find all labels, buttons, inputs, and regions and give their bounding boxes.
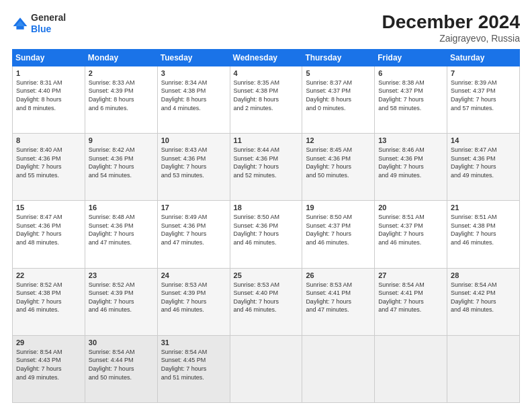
day-number: 8 — [16, 136, 81, 144]
calendar-cell: 17Sunrise: 8:49 AM Sunset: 4:36 PM Dayli… — [157, 201, 230, 268]
calendar-cell: 2Sunrise: 8:33 AM Sunset: 4:39 PM Daylig… — [85, 66, 157, 133]
day-info: Sunrise: 8:42 AM Sunset: 4:36 PM Dayligh… — [89, 146, 154, 179]
day-number: 4 — [234, 69, 299, 77]
day-info: Sunrise: 8:50 AM Sunset: 4:37 PM Dayligh… — [306, 213, 371, 246]
calendar-cell: 19Sunrise: 8:50 AM Sunset: 4:37 PM Dayli… — [302, 201, 375, 268]
dow-header-monday: Monday — [85, 49, 157, 66]
calendar-cell: 21Sunrise: 8:51 AM Sunset: 4:38 PM Dayli… — [447, 201, 520, 268]
calendar-cell: 25Sunrise: 8:53 AM Sunset: 4:40 PM Dayli… — [230, 268, 302, 335]
calendar-cell: 12Sunrise: 8:45 AM Sunset: 4:36 PM Dayli… — [302, 134, 375, 201]
day-number: 20 — [378, 203, 443, 212]
day-number: 21 — [451, 203, 516, 212]
day-number: 30 — [89, 338, 154, 347]
day-number: 19 — [306, 203, 371, 212]
day-number: 13 — [378, 136, 443, 144]
day-number: 15 — [16, 203, 81, 212]
calendar-cell: 10Sunrise: 8:43 AM Sunset: 4:36 PM Dayli… — [157, 134, 230, 201]
day-info: Sunrise: 8:44 AM Sunset: 4:36 PM Dayligh… — [234, 146, 299, 179]
location: Zaigrayevo, Russia — [382, 33, 520, 44]
day-info: Sunrise: 8:38 AM Sunset: 4:37 PM Dayligh… — [378, 79, 443, 112]
day-number: 7 — [451, 69, 516, 77]
day-info: Sunrise: 8:37 AM Sunset: 4:37 PM Dayligh… — [306, 79, 371, 112]
day-number: 2 — [89, 69, 154, 77]
day-info: Sunrise: 8:47 AM Sunset: 4:36 PM Dayligh… — [451, 146, 516, 179]
day-number: 3 — [161, 69, 226, 77]
day-number: 22 — [16, 271, 81, 279]
logo-text: General Blue — [31, 12, 66, 35]
calendar-cell: 1Sunrise: 8:31 AM Sunset: 4:40 PM Daylig… — [13, 66, 85, 133]
day-info: Sunrise: 8:31 AM Sunset: 4:40 PM Dayligh… — [16, 79, 81, 112]
calendar-body: 1Sunrise: 8:31 AM Sunset: 4:40 PM Daylig… — [13, 66, 520, 402]
calendar-cell: 13Sunrise: 8:46 AM Sunset: 4:36 PM Dayli… — [375, 134, 447, 201]
day-number: 25 — [234, 271, 299, 279]
day-info: Sunrise: 8:48 AM Sunset: 4:36 PM Dayligh… — [89, 213, 154, 246]
header: General Blue December 2024 Zaigrayevo, R… — [12, 12, 520, 44]
logo-blue: Blue — [31, 24, 66, 35]
day-info: Sunrise: 8:47 AM Sunset: 4:36 PM Dayligh… — [16, 213, 81, 246]
calendar-cell: 4Sunrise: 8:35 AM Sunset: 4:38 PM Daylig… — [230, 66, 302, 133]
week-row-5: 29Sunrise: 8:54 AM Sunset: 4:43 PM Dayli… — [13, 335, 520, 402]
day-info: Sunrise: 8:54 AM Sunset: 4:44 PM Dayligh… — [89, 348, 154, 381]
calendar-cell: 24Sunrise: 8:53 AM Sunset: 4:39 PM Dayli… — [157, 268, 230, 335]
day-number: 10 — [161, 136, 226, 144]
calendar-cell: 3Sunrise: 8:34 AM Sunset: 4:38 PM Daylig… — [157, 66, 230, 133]
calendar-cell: 28Sunrise: 8:54 AM Sunset: 4:42 PM Dayli… — [447, 268, 520, 335]
day-number: 28 — [451, 271, 516, 279]
day-number: 23 — [89, 271, 154, 279]
dow-header-wednesday: Wednesday — [230, 49, 302, 66]
day-number: 27 — [378, 271, 443, 279]
page: General Blue December 2024 Zaigrayevo, R… — [0, 0, 532, 411]
week-row-1: 1Sunrise: 8:31 AM Sunset: 4:40 PM Daylig… — [13, 66, 520, 133]
day-info: Sunrise: 8:51 AM Sunset: 4:38 PM Dayligh… — [451, 213, 516, 246]
day-info: Sunrise: 8:53 AM Sunset: 4:40 PM Dayligh… — [234, 281, 299, 314]
dow-header-tuesday: Tuesday — [157, 49, 230, 66]
dow-header-friday: Friday — [375, 49, 447, 66]
day-number: 9 — [89, 136, 154, 144]
calendar-cell: 9Sunrise: 8:42 AM Sunset: 4:36 PM Daylig… — [85, 134, 157, 201]
days-of-week-row: SundayMondayTuesdayWednesdayThursdayFrid… — [13, 49, 520, 66]
day-number: 1 — [16, 69, 81, 77]
logo: General Blue — [12, 12, 66, 35]
day-info: Sunrise: 8:53 AM Sunset: 4:41 PM Dayligh… — [306, 281, 371, 314]
day-info: Sunrise: 8:43 AM Sunset: 4:36 PM Dayligh… — [161, 146, 226, 179]
calendar-cell: 7Sunrise: 8:39 AM Sunset: 4:37 PM Daylig… — [447, 66, 520, 133]
day-number: 16 — [89, 203, 154, 212]
day-info: Sunrise: 8:39 AM Sunset: 4:37 PM Dayligh… — [451, 79, 516, 112]
calendar-cell: 30Sunrise: 8:54 AM Sunset: 4:44 PM Dayli… — [85, 335, 157, 402]
calendar-cell: 18Sunrise: 8:50 AM Sunset: 4:36 PM Dayli… — [230, 201, 302, 268]
calendar-cell: 5Sunrise: 8:37 AM Sunset: 4:37 PM Daylig… — [302, 66, 375, 133]
calendar-cell: 22Sunrise: 8:52 AM Sunset: 4:38 PM Dayli… — [13, 268, 85, 335]
day-number: 31 — [161, 338, 226, 347]
day-number: 24 — [161, 271, 226, 279]
day-number: 6 — [378, 69, 443, 77]
calendar-cell: 31Sunrise: 8:54 AM Sunset: 4:45 PM Dayli… — [157, 335, 230, 402]
day-info: Sunrise: 8:35 AM Sunset: 4:38 PM Dayligh… — [234, 79, 299, 112]
day-info: Sunrise: 8:40 AM Sunset: 4:36 PM Dayligh… — [16, 146, 81, 179]
calendar-cell — [375, 335, 447, 402]
day-info: Sunrise: 8:34 AM Sunset: 4:38 PM Dayligh… — [161, 79, 226, 112]
calendar-cell: 20Sunrise: 8:51 AM Sunset: 4:37 PM Dayli… — [375, 201, 447, 268]
calendar-cell: 23Sunrise: 8:52 AM Sunset: 4:39 PM Dayli… — [85, 268, 157, 335]
day-info: Sunrise: 8:54 AM Sunset: 4:45 PM Dayligh… — [161, 348, 226, 381]
calendar-cell: 27Sunrise: 8:54 AM Sunset: 4:41 PM Dayli… — [375, 268, 447, 335]
day-info: Sunrise: 8:33 AM Sunset: 4:39 PM Dayligh… — [89, 79, 154, 112]
title-block: December 2024 Zaigrayevo, Russia — [382, 12, 520, 44]
day-info: Sunrise: 8:52 AM Sunset: 4:38 PM Dayligh… — [16, 281, 81, 314]
day-number: 5 — [306, 69, 371, 77]
day-info: Sunrise: 8:54 AM Sunset: 4:43 PM Dayligh… — [16, 348, 81, 381]
week-row-4: 22Sunrise: 8:52 AM Sunset: 4:38 PM Dayli… — [13, 268, 520, 335]
calendar-cell: 26Sunrise: 8:53 AM Sunset: 4:41 PM Dayli… — [302, 268, 375, 335]
day-number: 12 — [306, 136, 371, 144]
dow-header-sunday: Sunday — [13, 49, 85, 66]
calendar-cell: 14Sunrise: 8:47 AM Sunset: 4:36 PM Dayli… — [447, 134, 520, 201]
day-info: Sunrise: 8:50 AM Sunset: 4:36 PM Dayligh… — [234, 213, 299, 246]
calendar-cell: 15Sunrise: 8:47 AM Sunset: 4:36 PM Dayli… — [13, 201, 85, 268]
day-number: 14 — [451, 136, 516, 144]
logo-icon — [12, 15, 28, 32]
dow-header-thursday: Thursday — [302, 49, 375, 66]
day-info: Sunrise: 8:54 AM Sunset: 4:42 PM Dayligh… — [451, 281, 516, 314]
day-info: Sunrise: 8:51 AM Sunset: 4:37 PM Dayligh… — [378, 213, 443, 246]
calendar-cell: 16Sunrise: 8:48 AM Sunset: 4:36 PM Dayli… — [85, 201, 157, 268]
day-number: 26 — [306, 271, 371, 279]
day-info: Sunrise: 8:46 AM Sunset: 4:36 PM Dayligh… — [378, 146, 443, 179]
